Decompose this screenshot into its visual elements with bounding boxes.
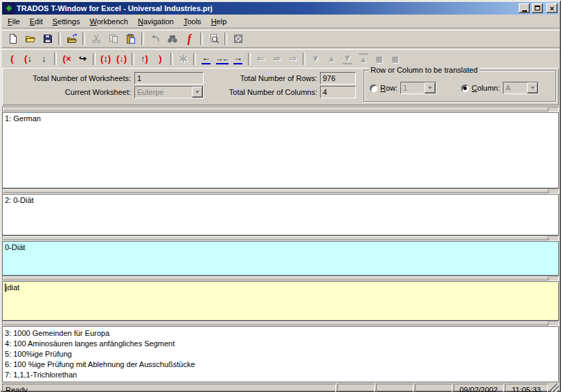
window-title: TRADOS T-Window for Excel - Universal In… xyxy=(17,4,517,12)
restore-source-button[interactable]: (× xyxy=(59,52,75,66)
current-worksheet-combo[interactable]: Euterpe xyxy=(134,86,204,98)
dropdown-button[interactable] xyxy=(192,87,203,98)
menu-file[interactable]: File xyxy=(3,16,25,27)
new-document-icon xyxy=(8,33,19,44)
horizontal-scrollbar[interactable] xyxy=(2,188,559,194)
row1-pane[interactable]: 1: German xyxy=(2,112,559,188)
prev-tag-button[interactable]: ▦ xyxy=(371,52,387,66)
row2-pane[interactable]: 2: 0-Diät xyxy=(2,194,559,235)
status-bar: Ready 09/02/2002 11:05:33 xyxy=(2,384,559,392)
scrollbar-thumb[interactable] xyxy=(3,276,549,280)
chevron-down-icon xyxy=(195,91,199,93)
scrollbar-thumb[interactable] xyxy=(3,236,549,240)
merge-segments-button[interactable]: →← xyxy=(214,52,230,66)
dropdown-button[interactable] xyxy=(527,82,538,93)
standard-toolbar: f xyxy=(2,30,559,47)
open-get-button[interactable]: (↓ xyxy=(20,52,36,66)
menu-tools[interactable]: Tools xyxy=(179,16,206,27)
maximize-button[interactable] xyxy=(532,3,543,13)
minimize-icon xyxy=(522,10,527,12)
horizontal-scrollbar[interactable] xyxy=(2,235,559,241)
minimize-button[interactable] xyxy=(519,3,530,13)
toolbar-separator xyxy=(93,53,96,65)
resize-grip[interactable] xyxy=(549,384,559,392)
horizontal-scrollbar[interactable] xyxy=(2,107,559,112)
target-segment-text: jdiat xyxy=(6,283,19,292)
horizontal-scrollbar[interactable] xyxy=(2,321,559,326)
open-button[interactable] xyxy=(21,31,39,46)
app-window: TRADOS T-Window for Excel - Universal In… xyxy=(0,0,561,392)
move-up-button[interactable]: ▲ xyxy=(323,52,339,66)
fit-window-button[interactable] xyxy=(229,31,247,46)
scrollbar-thumb[interactable] xyxy=(3,107,549,112)
translate-to-fuzzy-button[interactable]: (↓) xyxy=(114,52,130,66)
copy-button[interactable] xyxy=(105,31,122,46)
close-button[interactable]: × xyxy=(546,3,558,13)
set-close-button[interactable]: ↑) xyxy=(136,52,152,66)
row-radio[interactable] xyxy=(370,84,377,92)
menu-navigation[interactable]: Navigation xyxy=(133,16,179,27)
move-to-first-button[interactable]: ▲ xyxy=(355,52,371,66)
save-floppy-icon xyxy=(42,33,53,44)
move-to-last-button[interactable]: ▼ xyxy=(339,52,355,66)
open-segment-button[interactable]: ( xyxy=(4,52,20,66)
dropdown-button[interactable] xyxy=(425,82,436,93)
scrollbar-thumb[interactable] xyxy=(3,189,549,193)
copy-source-button[interactable]: ↪ xyxy=(75,52,91,66)
close-segment-button[interactable]: ) xyxy=(152,52,168,66)
expand-segment-button[interactable]: → xyxy=(230,52,246,66)
toolbar-separator xyxy=(54,53,57,65)
paste-button[interactable] xyxy=(122,31,139,46)
target-segment-pane[interactable]: jdiat xyxy=(2,281,559,321)
prev-placeable-button[interactable]: ⇐ xyxy=(253,52,269,66)
menu-help[interactable]: Help xyxy=(206,16,232,27)
chevron-down-icon xyxy=(531,87,535,89)
undo-button[interactable] xyxy=(146,31,163,46)
column-radio[interactable] xyxy=(461,84,469,92)
shrink-segment-button[interactable]: ← xyxy=(198,52,214,66)
total-rows-field[interactable]: 976 xyxy=(320,72,356,84)
list-item[interactable]: 5: 100%ige Prüfung xyxy=(5,349,556,359)
row-combo[interactable]: 1 xyxy=(400,82,436,94)
segment-panes: 1: German 2: 0-Diät 0-Diät jdiat 3: 1000… xyxy=(2,107,559,382)
upcoming-rows-pane[interactable]: 3: 1000 Gemeinden für Europa 4: 100 Amin… xyxy=(2,326,559,382)
list-item[interactable]: 7: 1,1,1-Trichlorethan xyxy=(5,370,556,380)
list-item[interactable]: 4: 100 Aminosäuren langes anfängliches S… xyxy=(5,339,556,349)
save-button[interactable] xyxy=(39,31,56,46)
set-close-next-open-get-button[interactable]: (↕) xyxy=(98,52,114,66)
status-cell-2 xyxy=(376,384,413,392)
list-item[interactable]: 3: 1000 Gemeinden für Europa xyxy=(5,328,556,339)
app-icon[interactable] xyxy=(3,3,15,14)
preview-button[interactable] xyxy=(205,31,222,46)
menu-workbench[interactable]: Workbench xyxy=(84,16,132,27)
menu-edit[interactable]: Edit xyxy=(25,16,48,27)
column-combo[interactable]: A xyxy=(503,82,539,94)
next-placeable-button[interactable]: ⇒ xyxy=(285,52,301,66)
toolbar-separator xyxy=(200,33,203,45)
star-icon: ∗ xyxy=(178,54,188,64)
placeable-skip-button[interactable]: ⇏ xyxy=(269,52,285,66)
concordance-button[interactable]: ∗ xyxy=(175,52,191,66)
list-item[interactable]: 6: 100 %ige Prüfung mit Ablehnung der Au… xyxy=(5,359,556,370)
undo-arrow-icon xyxy=(150,33,161,44)
row-radio-label[interactable]: Row: xyxy=(380,84,398,92)
find-button[interactable] xyxy=(163,31,181,46)
function-button[interactable]: f xyxy=(181,31,198,46)
get-translation-button[interactable]: ↓ xyxy=(36,52,52,66)
horizontal-scrollbar[interactable] xyxy=(2,276,559,281)
total-worksheets-field[interactable]: 1 xyxy=(134,72,204,84)
cut-scissors-icon xyxy=(91,33,102,44)
open-project-button[interactable] xyxy=(63,31,80,46)
menu-settings[interactable]: Settings xyxy=(48,16,85,27)
next-tag-button[interactable]: ▦ xyxy=(387,52,403,66)
status-cell-3 xyxy=(415,384,452,392)
title-bar: TRADOS T-Window for Excel - Universal In… xyxy=(2,2,559,15)
cut-button[interactable] xyxy=(87,31,105,46)
scrollbar-thumb[interactable] xyxy=(3,321,549,326)
column-radio-label[interactable]: Column: xyxy=(472,84,500,92)
new-button[interactable] xyxy=(4,31,21,46)
move-down-button[interactable]: ▼ xyxy=(308,52,323,66)
row-column-groupbox: Row or Column to be translated Row: 1 Co… xyxy=(364,70,556,102)
source-segment-pane[interactable]: 0-Diät xyxy=(2,241,559,276)
total-columns-field[interactable]: 4 xyxy=(320,86,356,98)
